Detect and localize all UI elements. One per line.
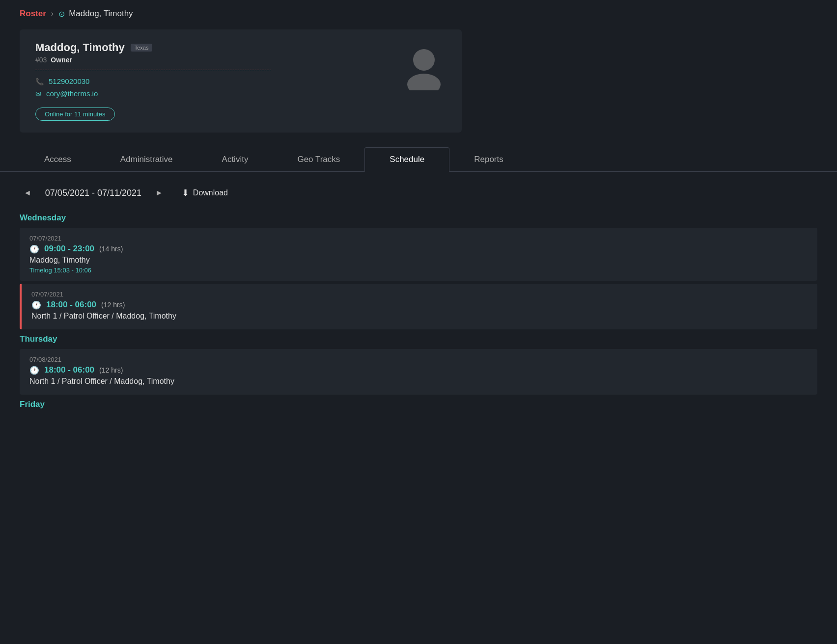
clock-icon: 🕐 bbox=[29, 366, 39, 375]
avatar-svg bbox=[404, 46, 444, 90]
profile-name: Maddog, Timothy bbox=[35, 41, 125, 54]
profile-role: Owner bbox=[51, 56, 72, 64]
entry-duration: (14 hrs) bbox=[99, 245, 123, 253]
tab-activity[interactable]: Activity bbox=[197, 148, 273, 171]
tabs-container: Access Administrative Activity Geo Track… bbox=[0, 147, 837, 172]
entry-name: North 1 / Patrol Officer / Maddog, Timot… bbox=[31, 312, 808, 321]
email-icon: ✉ bbox=[35, 90, 41, 98]
profile-id-row: #03 Owner bbox=[35, 56, 402, 64]
profile-id-number: #03 bbox=[35, 56, 47, 64]
person-circle-icon: ⊙ bbox=[58, 9, 65, 19]
download-label: Download bbox=[193, 188, 228, 197]
tab-geo-tracks[interactable]: Geo Tracks bbox=[273, 148, 364, 171]
day-label-friday: Friday bbox=[20, 400, 817, 409]
entry-duration: (12 hrs) bbox=[101, 301, 125, 309]
next-week-button[interactable]: ► bbox=[151, 187, 167, 199]
svg-point-0 bbox=[413, 49, 435, 71]
breadcrumb-roster-link[interactable]: Roster bbox=[20, 9, 46, 19]
breadcrumb-chevron-icon: › bbox=[51, 9, 54, 18]
clock-icon: 🕐 bbox=[31, 300, 41, 310]
breadcrumb: Roster › ⊙ Maddog, Timothy bbox=[0, 0, 837, 25]
entry-date: 07/08/2021 bbox=[29, 356, 808, 363]
download-button[interactable]: ⬇ Download bbox=[182, 188, 228, 198]
tab-administrative[interactable]: Administrative bbox=[96, 148, 197, 171]
date-nav: ◄ 07/05/2021 - 07/11/2021 ► ⬇ Download bbox=[20, 187, 817, 199]
state-badge: Texas bbox=[131, 44, 153, 52]
schedule-content: ◄ 07/05/2021 - 07/11/2021 ► ⬇ Download W… bbox=[0, 172, 837, 429]
day-label-thursday: Thursday bbox=[20, 334, 817, 344]
tab-schedule[interactable]: Schedule bbox=[364, 147, 449, 172]
day-label-wednesday: Wednesday bbox=[20, 213, 817, 223]
day-section-friday: Friday bbox=[20, 400, 817, 409]
date-range: 07/05/2021 - 07/11/2021 bbox=[45, 188, 141, 198]
entry-date: 07/07/2021 bbox=[31, 291, 808, 298]
entry-timelog: Timelog 15:03 - 10:06 bbox=[29, 267, 808, 274]
tab-reports[interactable]: Reports bbox=[449, 148, 528, 171]
entry-time-row: 🕐 18:00 - 06:00 (12 hrs) bbox=[29, 365, 808, 375]
entry-name: North 1 / Patrol Officer / Maddog, Timot… bbox=[29, 377, 808, 386]
entry-date: 07/07/2021 bbox=[29, 235, 808, 242]
schedule-entry: 07/07/2021 🕐 09:00 - 23:00 (14 hrs) Madd… bbox=[20, 228, 817, 281]
download-icon: ⬇ bbox=[182, 188, 189, 198]
entry-time: 09:00 - 23:00 bbox=[44, 244, 94, 254]
day-section-wednesday: Wednesday 07/07/2021 🕐 09:00 - 23:00 (14… bbox=[20, 213, 817, 329]
avatar bbox=[402, 46, 446, 90]
entry-duration: (12 hrs) bbox=[99, 366, 123, 374]
day-section-thursday: Thursday 07/08/2021 🕐 18:00 - 06:00 (12 … bbox=[20, 334, 817, 395]
phone-icon: 📞 bbox=[35, 78, 44, 85]
entry-time-row: 🕐 09:00 - 23:00 (14 hrs) bbox=[29, 244, 808, 254]
phone-row: 📞 5129020030 bbox=[35, 77, 402, 85]
profile-name-row: Maddog, Timothy Texas bbox=[35, 41, 402, 54]
entry-name: Maddog, Timothy bbox=[29, 256, 808, 265]
phone-link[interactable]: 5129020030 bbox=[49, 77, 89, 85]
prev-week-button[interactable]: ◄ bbox=[20, 187, 35, 199]
online-status-badge: Online for 11 minutes bbox=[35, 107, 115, 121]
svg-point-1 bbox=[407, 74, 441, 90]
email-link[interactable]: cory@therms.io bbox=[46, 89, 98, 98]
entry-time: 18:00 - 06:00 bbox=[44, 365, 94, 375]
clock-icon: 🕐 bbox=[29, 244, 39, 254]
profile-contact: 📞 5129020030 ✉ cory@therms.io bbox=[35, 77, 402, 98]
entry-time-row: 🕐 18:00 - 06:00 (12 hrs) bbox=[31, 300, 808, 310]
breadcrumb-current-page: Maddog, Timothy bbox=[69, 9, 133, 19]
profile-divider bbox=[35, 70, 271, 70]
schedule-entry: 07/07/2021 🕐 18:00 - 06:00 (12 hrs) Nort… bbox=[20, 284, 817, 329]
schedule-entry: 07/08/2021 🕐 18:00 - 06:00 (12 hrs) Nort… bbox=[20, 349, 817, 395]
email-row: ✉ cory@therms.io bbox=[35, 89, 402, 98]
profile-card: Maddog, Timothy Texas #03 Owner 📞 512902… bbox=[20, 29, 462, 133]
profile-info: Maddog, Timothy Texas #03 Owner 📞 512902… bbox=[35, 41, 402, 121]
entry-time: 18:00 - 06:00 bbox=[46, 300, 96, 310]
tab-access[interactable]: Access bbox=[20, 148, 96, 171]
